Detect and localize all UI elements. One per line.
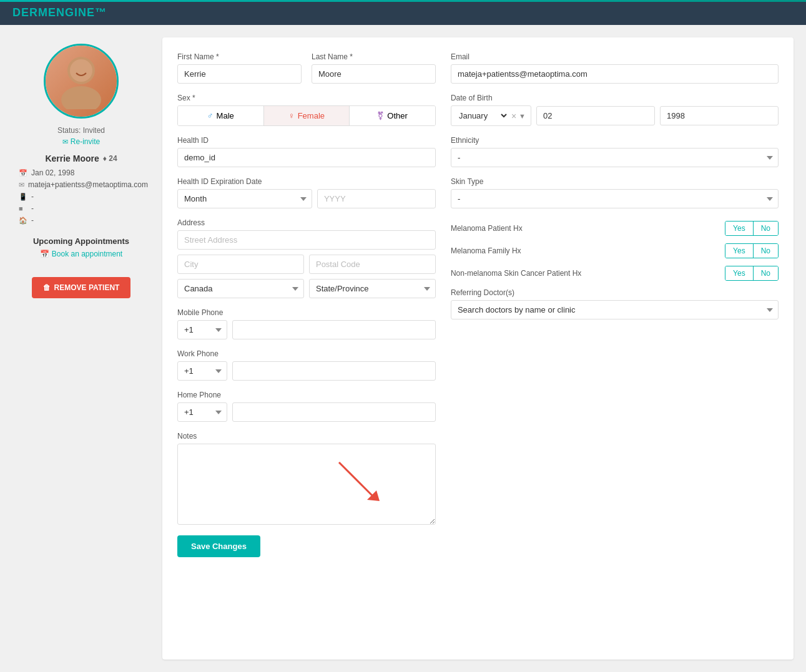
non-melanoma-row: Non-melanoma Skin Cancer Patient Hx Yes … (451, 266, 779, 281)
melanoma-family-row: Melanoma Family Hx Yes No (451, 243, 779, 258)
other-label: Other (387, 111, 408, 120)
dob-month-select[interactable]: January FebruaryMarchApril MayJuneJuly A… (456, 106, 509, 125)
melanoma-family-yes-button[interactable]: Yes (725, 244, 754, 258)
home-value: - (31, 216, 34, 225)
expiry-month-select[interactable]: Month JanuaryFebruaryMarch AprilMayJune … (177, 189, 312, 208)
ethnicity-group: Ethnicity - Asian Black Hispanic White O… (451, 136, 779, 167)
calendar-add-icon: 📅 (40, 250, 49, 258)
patient-age: ♦ 24 (103, 154, 117, 163)
mobile-icon: ■ (19, 205, 27, 212)
notes-group: Notes (177, 432, 436, 527)
dob-value: Jan 02, 1998 (31, 168, 74, 177)
dob-row: 📅 Jan 02, 1998 (19, 168, 144, 177)
home-icon: 🏠 (19, 217, 27, 225)
remove-patient-button[interactable]: 🗑 REMOVE PATIENT (32, 277, 131, 298)
mobile-number-input[interactable] (232, 320, 436, 339)
sex-male-button[interactable]: ♂ Male (178, 106, 264, 125)
non-melanoma-label: Non-melanoma Skin Cancer Patient Hx (451, 269, 581, 278)
reinvite-icon: ✉ (62, 138, 68, 146)
email-row: ✉ mateja+patientss@metaoptima.com (19, 180, 144, 189)
referring-doctors-select[interactable]: Search doctors by name or clinic (451, 300, 779, 319)
status-text: Status: Invited (57, 126, 105, 135)
melanoma-patient-no-button[interactable]: No (754, 222, 778, 235)
melanoma-family-yn: Yes No (725, 243, 779, 258)
expiry-year-input[interactable] (317, 189, 436, 208)
phone-value: - (31, 192, 34, 201)
melanoma-family-label: Melanoma Family Hx (451, 246, 521, 255)
notes-textarea[interactable] (177, 444, 436, 525)
other-icon: ⚧ (377, 111, 384, 120)
email-label: Email (451, 52, 779, 61)
save-changes-button[interactable]: Save Changes (177, 535, 260, 557)
dob-month-clear-button[interactable]: × (509, 111, 519, 121)
reinvite-link[interactable]: ✉ Re-invite (62, 137, 100, 146)
home-phone-row: +1+44+61 (177, 402, 436, 422)
avatar (44, 44, 119, 119)
last-name-group: Last Name * (312, 52, 436, 84)
male-label: Male (217, 111, 234, 120)
postal-input[interactable] (309, 255, 436, 274)
book-appointment-link[interactable]: 📅 Book an appointment (40, 250, 122, 258)
mobile-value: - (31, 204, 34, 213)
melanoma-patient-yn: Yes No (725, 221, 779, 236)
upcoming-section-title: Upcoming Appointments (33, 236, 129, 246)
sex-other-button[interactable]: ⚧ Other (350, 106, 435, 125)
home-number-input[interactable] (232, 402, 436, 422)
melanoma-patient-yes-button[interactable]: Yes (725, 222, 754, 235)
ethnicity-select[interactable]: - Asian Black Hispanic White Other (451, 148, 779, 167)
dob-group: Date of Birth January FebruaryMarchApril… (451, 94, 779, 126)
street-input[interactable] (177, 230, 436, 250)
state-select[interactable]: State/Province Alberta British Columbia … (309, 279, 436, 298)
melanoma-family-no-button[interactable]: No (754, 244, 778, 258)
first-name-group: First Name * (177, 52, 302, 84)
health-id-group: Health ID (177, 136, 436, 167)
notes-label: Notes (177, 432, 436, 441)
notes-wrapper (177, 444, 436, 527)
work-number-input[interactable] (232, 361, 436, 381)
app-logo: DERMENGINE™ (12, 6, 107, 19)
health-id-input[interactable] (177, 148, 436, 167)
female-icon: ♀ (288, 111, 295, 120)
avatar-image (46, 46, 117, 117)
first-name-input[interactable] (177, 64, 302, 84)
male-icon: ♂ (207, 111, 214, 120)
mobile-phone-group: Mobile Phone +1+44+61 (177, 308, 436, 339)
female-label: Female (298, 111, 325, 120)
skin-type-label: Skin Type (451, 177, 779, 186)
last-name-input[interactable] (312, 64, 436, 84)
email-value: mateja+patientss@metaoptima.com (28, 180, 148, 189)
phone-row: 📱 - (19, 192, 144, 201)
dob-day-input[interactable] (536, 106, 655, 125)
email-input[interactable] (451, 64, 779, 84)
sex-female-button[interactable]: ♀ Female (264, 106, 350, 125)
patient-form: First Name * Last Name * Sex * ♂ Male (162, 37, 794, 660)
referring-doctors-group: Referring Doctor(s) Search doctors by na… (451, 288, 779, 319)
patient-info: 📅 Jan 02, 1998 ✉ mateja+patientss@metaop… (12, 168, 150, 228)
svg-point-2 (70, 59, 92, 82)
email-group: Email (451, 52, 779, 84)
email-icon: ✉ (19, 181, 24, 189)
city-input[interactable] (177, 255, 304, 274)
dob-year-input[interactable] (660, 106, 779, 125)
home-row: 🏠 - (19, 216, 144, 225)
work-code-select[interactable]: +1+44+61 (177, 361, 227, 381)
dob-label: Date of Birth (451, 94, 779, 102)
patient-name-display: Kerrie Moore ♦ 24 (45, 153, 117, 163)
non-melanoma-yn: Yes No (725, 266, 779, 281)
mobile-code-select[interactable]: +1+44+61 (177, 320, 227, 339)
country-select[interactable]: Canada United States Other (177, 279, 304, 298)
dob-month-wrapper: January FebruaryMarchApril MayJuneJuly A… (451, 105, 531, 126)
sidebar: Status: Invited ✉ Re-invite Kerrie Moore… (12, 37, 150, 660)
logo-engine: ENGINE (48, 6, 95, 19)
calendar-icon: 📅 (19, 169, 27, 177)
skin-type-select[interactable]: - Type I Type II Type III Type IV Type V… (451, 189, 779, 208)
home-code-select[interactable]: +1+44+61 (177, 402, 227, 422)
sex-group: Sex * ♂ Male ♀ Female ⚧ Other (177, 94, 436, 126)
ethnicity-label: Ethnicity (451, 136, 779, 145)
referring-doctors-label: Referring Doctor(s) (451, 288, 779, 297)
accent-bar (0, 0, 806, 2)
non-melanoma-no-button[interactable]: No (754, 266, 778, 280)
health-id-label: Health ID (177, 136, 436, 145)
non-melanoma-yes-button[interactable]: Yes (725, 266, 754, 280)
work-phone-label: Work Phone (177, 349, 436, 358)
